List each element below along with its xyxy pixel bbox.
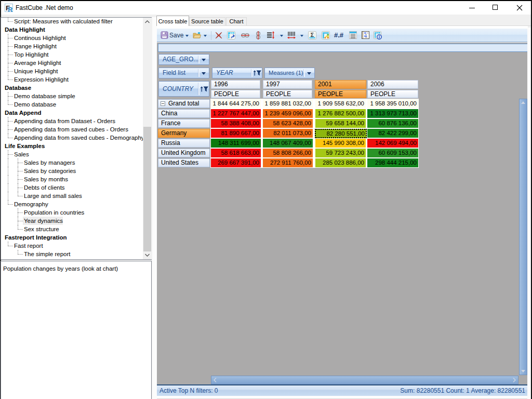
svg-text:Σ: Σ bbox=[311, 32, 314, 38]
svg-text:R: R bbox=[8, 6, 12, 12]
